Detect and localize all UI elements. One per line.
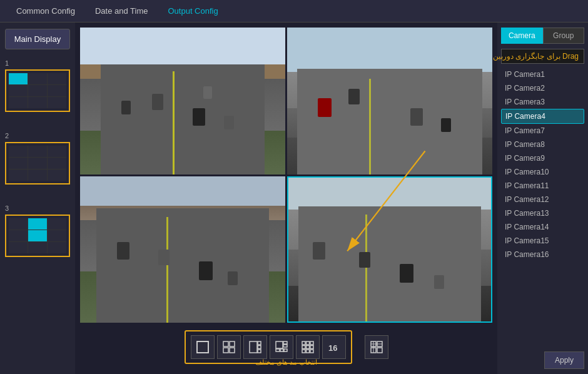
mini-cell (48, 218, 66, 230)
camera-tab[interactable]: Camera (501, 28, 543, 44)
svg-rect-20 (302, 346, 305, 349)
layout-group-2: 2 (5, 132, 70, 187)
video-cell-top-left[interactable] (80, 28, 285, 174)
mini-cell (9, 169, 28, 181)
left-sidebar: Main Display 1 2 (0, 23, 75, 374)
camera-item-8[interactable]: IP Camera8 (501, 138, 584, 151)
layout-1plus3-icon (248, 340, 262, 354)
layout-1x1-button[interactable] (191, 335, 215, 359)
camera-list: IP Camera1 IP Camera2 IP Camera3 IP Came… (501, 68, 584, 351)
camera-item-9[interactable]: IP Camera9 (501, 151, 584, 165)
mini-cell (28, 158, 47, 169)
group-2-number: 2 (5, 132, 70, 139)
svg-rect-30 (377, 348, 382, 353)
svg-rect-4 (230, 341, 235, 346)
main-display-button[interactable]: Main Display (5, 29, 70, 49)
video-cell-bottom-left[interactable] (80, 176, 285, 323)
video-cell-top-right[interactable] (287, 28, 492, 174)
group-3-mini-grid (9, 218, 66, 253)
mini-cell (48, 158, 66, 169)
layout-2x2-button[interactable] (217, 335, 241, 359)
mini-cell (48, 97, 66, 108)
svg-rect-24 (306, 350, 309, 353)
mini-cell (28, 230, 47, 241)
mini-cell (28, 73, 47, 84)
group-1-grid[interactable] (5, 69, 70, 112)
camera-item-14[interactable]: IP Camera14 (501, 220, 584, 234)
mini-cell (48, 242, 66, 253)
camera-item-2[interactable]: IP Camera2 (501, 81, 584, 95)
nav-output-config[interactable]: Output Config (158, 1, 228, 21)
camera-item-15[interactable]: IP Camera15 (501, 234, 584, 248)
group-tab[interactable]: Group (543, 28, 585, 44)
mini-cell (48, 169, 66, 181)
video-cell-bottom-right[interactable] (287, 176, 492, 323)
svg-rect-22 (310, 346, 313, 349)
layout-1x1-icon (196, 340, 210, 354)
mini-cell (9, 85, 28, 96)
mini-cell (28, 97, 47, 108)
svg-rect-12 (283, 341, 287, 344)
mini-cell (9, 230, 28, 241)
group-2-grid[interactable] (5, 142, 70, 184)
svg-rect-11 (276, 341, 283, 348)
camera-item-16[interactable]: IP Camera16 (501, 248, 584, 261)
nav-date-time[interactable]: Date and Time (85, 1, 158, 21)
layout-3x3-button[interactable] (296, 335, 320, 359)
mini-cell (48, 146, 66, 157)
mini-cell (9, 73, 28, 84)
svg-rect-2 (197, 341, 208, 353)
main-content: Main Display 1 2 (0, 23, 588, 374)
drag-tooltip: Drag برای جابگزاری دوربین (501, 49, 584, 64)
mini-cell (48, 230, 66, 241)
svg-rect-18 (306, 341, 309, 345)
svg-rect-13 (283, 345, 287, 347)
toolbar-label: انتخاب مد های مختلف (255, 358, 317, 366)
svg-rect-9 (258, 346, 261, 349)
group-3-grid[interactable] (5, 215, 70, 257)
layout-16-icon: 16 (327, 340, 341, 354)
svg-rect-17 (302, 341, 305, 345)
top-navigation: Common Config Date and Time Output Confi… (0, 0, 588, 23)
svg-text:16: 16 (328, 343, 337, 353)
mini-cell (9, 97, 28, 108)
camera-item-12[interactable]: IP Camera12 (501, 193, 584, 206)
camera-item-13[interactable]: IP Camera13 (501, 206, 584, 220)
svg-rect-21 (306, 346, 309, 349)
mini-cell (48, 85, 66, 96)
layout-special-button[interactable] (365, 335, 388, 359)
nav-common-config[interactable]: Common Config (6, 1, 85, 21)
camera-item-11[interactable]: IP Camera11 (501, 179, 584, 193)
mini-cell (48, 73, 66, 84)
svg-rect-3 (223, 341, 228, 346)
layout-1plus5-button[interactable] (270, 335, 293, 359)
layout-3x3-icon (301, 340, 315, 354)
video-area: 16 انتخاب مد های مختلف (75, 23, 497, 374)
camera-item-3[interactable]: IP Camera3 (501, 95, 584, 109)
layout-16-button[interactable]: 16 (322, 335, 346, 359)
svg-rect-19 (310, 341, 313, 345)
apply-button[interactable]: Apply (544, 351, 584, 369)
mini-cell (28, 169, 47, 181)
layout-2x2-icon (222, 340, 236, 354)
layout-1plus5-icon (275, 340, 288, 354)
layout-1plus3-button[interactable] (243, 335, 267, 359)
mini-cell (9, 146, 28, 157)
svg-rect-8 (258, 341, 261, 345)
mini-cell (9, 218, 28, 230)
camera-item-4[interactable]: IP Camera4 (501, 109, 584, 124)
group-2-mini-grid (9, 146, 66, 181)
bottom-toolbar: 16 انتخاب مد های مختلف (80, 325, 492, 369)
svg-rect-10 (258, 350, 261, 353)
camera-item-7[interactable]: IP Camera7 (501, 124, 584, 138)
svg-rect-25 (310, 350, 313, 353)
camera-item-10[interactable]: IP Camera10 (501, 165, 584, 179)
camera-item-1[interactable]: IP Camera1 (501, 68, 584, 81)
svg-rect-7 (250, 341, 257, 353)
mini-cell (28, 146, 47, 157)
video-grid (80, 28, 492, 323)
mini-cell (28, 242, 47, 253)
group-1-number: 1 (5, 59, 70, 67)
svg-rect-14 (276, 349, 280, 351)
layout-group-3: 3 گروه چرخش تصویر (5, 205, 70, 260)
